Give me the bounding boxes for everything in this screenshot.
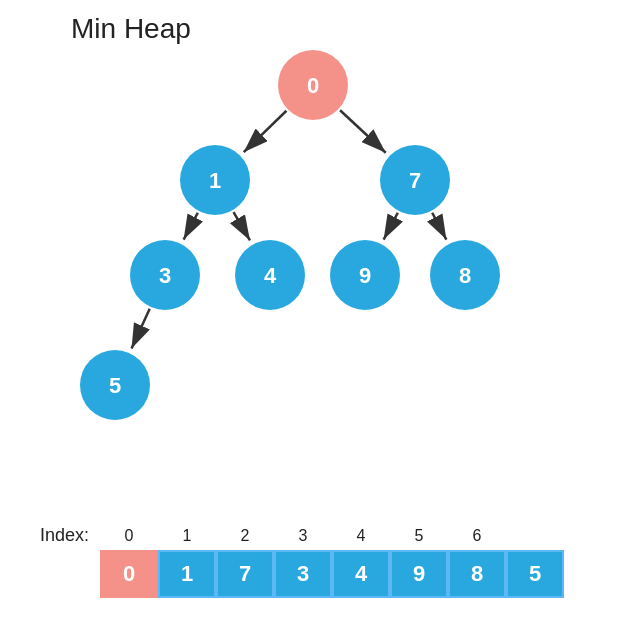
svg-text:5: 5 [109,373,121,398]
array-cell: 4 [332,550,390,598]
tree-diagram: 01734985 [0,0,627,520]
svg-text:0: 0 [307,73,319,98]
array-section: Index: 0123456 01734985 [40,525,564,598]
index-num: 1 [158,527,216,545]
index-num: 4 [332,527,390,545]
svg-text:4: 4 [264,263,277,288]
main-container: Min Heap 01734985 Index: 0123456 0173498… [0,0,627,639]
index-num: 0 [100,527,158,545]
index-label: Index: [40,525,100,546]
svg-line-3 [184,213,198,240]
array-cell: 9 [390,550,448,598]
array-cell: 5 [506,550,564,598]
index-num: 3 [274,527,332,545]
svg-text:7: 7 [409,168,421,193]
array-cells: 01734985 [100,550,564,598]
array-cell: 8 [448,550,506,598]
svg-text:9: 9 [359,263,371,288]
array-cell: 0 [100,550,158,598]
svg-line-6 [432,213,446,240]
array-cell: 7 [216,550,274,598]
index-num: 5 [390,527,448,545]
index-numbers: 0123456 [100,527,506,545]
svg-text:3: 3 [159,263,171,288]
index-num: 2 [216,527,274,545]
svg-line-5 [384,213,398,240]
svg-text:8: 8 [459,263,471,288]
svg-text:1: 1 [209,168,221,193]
svg-line-2 [340,110,386,153]
index-num: 6 [448,527,506,545]
svg-line-1 [244,111,287,152]
svg-line-7 [132,309,150,349]
svg-line-4 [234,212,250,240]
array-cell: 1 [158,550,216,598]
index-row: Index: 0123456 [40,525,564,546]
array-cell: 3 [274,550,332,598]
